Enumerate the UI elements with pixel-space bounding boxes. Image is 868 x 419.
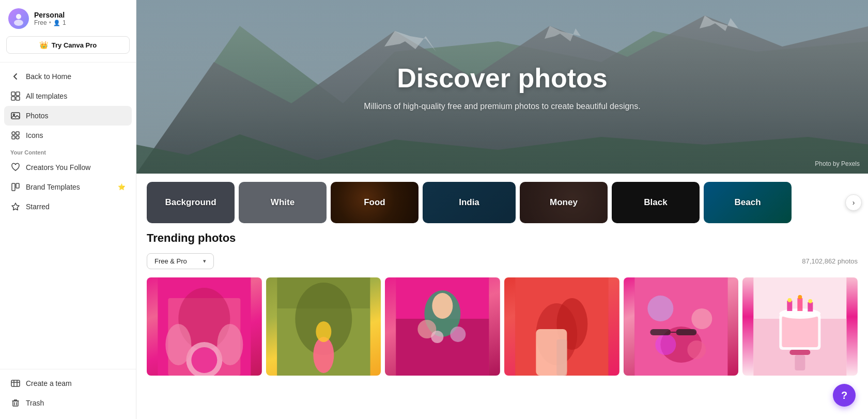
category-food[interactable]: Food [331,182,419,223]
svg-point-1 [14,20,23,26]
help-button[interactable]: ? [833,384,856,407]
category-background[interactable]: Background [147,182,235,223]
category-food-label: Food [364,197,385,208]
svg-point-37 [316,321,331,342]
svg-rect-68 [808,302,813,312]
trending-title: Trending photos [147,231,858,245]
hero-subtitle: Millions of high-quality free and premiu… [364,102,640,111]
team-icon [10,378,21,389]
svg-rect-73 [795,355,805,370]
sidebar-item-trash[interactable]: Trash [4,393,132,413]
svg-point-7 [13,114,15,116]
svg-rect-72 [790,350,811,355]
icon-grid-icon [10,130,21,141]
svg-rect-4 [11,97,15,100]
try-canva-pro-button[interactable]: 👑 Try Canva Pro [6,36,130,54]
try-pro-label: Try Canva Pro [52,41,97,49]
svg-point-32 [217,324,243,365]
category-beach[interactable]: Beach [704,182,792,223]
category-white-label: White [271,197,295,208]
pro-badge-icon: ⭐ [118,183,126,191]
svg-point-30 [191,347,217,373]
create-team-label: Create a team [26,379,72,387]
category-black-label: Black [644,197,667,208]
category-india-label: India [459,197,479,208]
svg-rect-59 [676,329,696,335]
hero-banner: Discover photos Millions of high-quality… [136,0,868,174]
category-money[interactable]: Money [520,182,608,223]
trending-controls: Free & Pro ▾ 87,102,862 photos [147,253,858,269]
dropdown-arrow-icon: ▾ [203,258,206,265]
grid-icon [10,91,21,101]
photo-5-inner [624,277,739,376]
category-money-label: Money [550,197,578,208]
svg-rect-5 [16,97,20,100]
star-icon [10,201,21,212]
svg-rect-10 [12,136,15,139]
sidebar-item-photos[interactable]: Photos [4,106,132,126]
category-white[interactable]: White [239,182,327,223]
svg-rect-67 [798,298,803,311]
sidebar-item-create-team[interactable]: Create a team [4,374,132,393]
photo-card-2[interactable] [266,277,381,376]
svg-rect-15 [13,401,18,406]
user-plan: Free [34,19,47,26]
svg-rect-14 [11,380,20,386]
brand-icon [10,182,21,192]
creators-label: Creators You Follow [26,163,90,172]
user-members: 1 [63,19,66,26]
hero-credit: Photo by Pexels [815,160,860,167]
sidebar-item-all-templates[interactable]: All templates [4,86,132,106]
your-content-label: Your Content [4,145,132,158]
svg-point-41 [432,293,453,319]
filter-label: Free & Pro [154,257,187,265]
categories-next-button[interactable]: › [845,194,862,211]
svg-rect-12 [12,183,15,191]
brand-templates-label: Brand Templates [26,183,80,191]
trash-label: Trash [26,399,44,407]
category-india[interactable]: India [423,182,516,223]
all-templates-label: All templates [26,92,67,100]
svg-point-71 [809,299,813,303]
svg-point-57 [687,340,706,359]
sidebar-header: Personal Free • 👤 1 [0,0,136,36]
photo-2-inner [266,277,381,376]
trash-icon [10,398,21,408]
category-beach-label: Beach [734,197,761,208]
svg-rect-13 [16,183,19,188]
svg-rect-58 [650,329,671,335]
main-content: Discover photos Millions of high-quality… [136,0,868,419]
separator: • [49,19,51,26]
svg-point-0 [16,14,21,19]
starred-label: Starred [26,203,50,211]
sidebar: Personal Free • 👤 1 👑 Try Canva Pro Back… [0,0,136,419]
user-info: Personal Free • 👤 1 [34,11,66,26]
sidebar-item-back-home[interactable]: Back to Home [4,67,132,86]
back-home-label: Back to Home [26,72,71,81]
sidebar-footer: Create a team Trash [0,369,136,419]
photo-6-inner [742,277,858,376]
crown-icon: 👑 [39,41,48,49]
sidebar-item-starred[interactable]: Starred [4,197,132,216]
people-icon: 👤 [53,20,60,26]
photo-3-inner [385,277,500,376]
filter-dropdown[interactable]: Free & Pro ▾ [147,253,214,269]
photo-icon [10,111,21,121]
photo-card-1[interactable] [147,277,262,376]
sidebar-item-icons[interactable]: Icons [4,126,132,145]
sidebar-item-creators[interactable]: Creators You Follow [4,158,132,177]
svg-rect-3 [16,92,20,96]
hero-title: Discover photos [364,63,640,94]
sidebar-item-brand-templates[interactable]: Brand Templates ⭐ [4,177,132,197]
svg-rect-6 [11,113,20,119]
photos-count: 87,102,862 photos [802,257,858,265]
photo-card-6[interactable] [742,277,858,376]
trending-section: Trending photos Free & Pro ▾ 87,102,862 … [136,231,868,386]
photo-card-5[interactable] [624,277,739,376]
svg-point-69 [788,298,792,302]
svg-point-53 [647,296,673,321]
category-black[interactable]: Black [612,182,700,223]
photo-card-4[interactable] [504,277,619,376]
heart-icon [10,162,21,173]
photo-card-3[interactable] [385,277,500,376]
